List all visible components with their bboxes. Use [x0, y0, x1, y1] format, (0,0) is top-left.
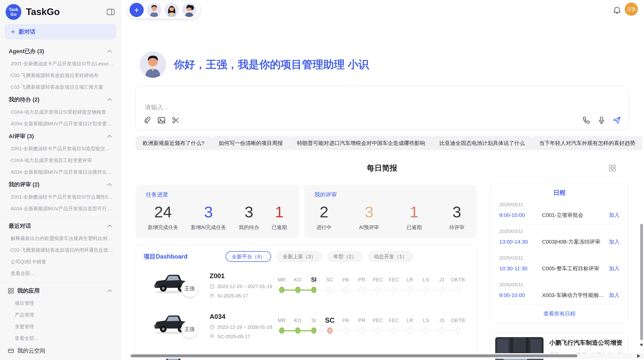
schedule-time: 13:00-14:30 — [499, 239, 542, 245]
sidebar-item[interactable]: A034-全新新能源MUV产品开发项目造型可行性评审 — [0, 203, 117, 215]
sidebar-item[interactable]: C02-飞腾新能源轻客改款项目里程碑画布 — [0, 70, 117, 81]
scissors-icon[interactable] — [171, 116, 180, 125]
sidebar-item[interactable]: Z001-全新燃油皮卡产品开发项目SI节点Lesson Learn报告 — [0, 58, 117, 70]
sidebar-section-header[interactable]: 我的待办 (2) — [0, 93, 117, 106]
milestone-label: PR — [354, 276, 370, 283]
milestone-label: PR — [354, 317, 370, 324]
agent-avatar-3[interactable] — [182, 3, 196, 17]
sidebar-item[interactable]: C0X4-动力总成开发项目工程变更评审 — [0, 155, 117, 166]
sidebar-item[interactable]: A034-全新新能源MUV产品开发项目法规符合性评审 — [0, 166, 117, 178]
sidebar-item[interactable]: 公司Q3轻卡销量 — [0, 256, 117, 268]
suggestion-chip[interactable]: 欧洲新规最近颁布了什么? — [136, 136, 212, 150]
milestone-dot — [375, 327, 380, 334]
chat-input-box[interactable]: 请输入... — [136, 86, 628, 129]
sidebar-section-title: AI评审 (3) — [9, 132, 107, 140]
milestone-step: SI — [306, 276, 322, 293]
sidebar-item[interactable]: 解释最新出台的欧盟报废车法规再生塑料比例被调至15%... — [0, 233, 117, 244]
agent-avatar-2[interactable] — [165, 3, 179, 17]
sidebar-item[interactable]: 查看全部... — [0, 333, 117, 344]
suggestion-chip[interactable]: 比亚迪全固态电池计划具体说了什么 — [432, 136, 532, 150]
sidebar-section-header[interactable]: AI评审 (3) — [0, 130, 117, 143]
sidebar-section-header[interactable]: 我的评审 (2) — [0, 178, 117, 191]
sidebar-item[interactable]: 项目管理 — [0, 297, 117, 309]
flag-icon — [210, 293, 215, 298]
sidebar-item-cloud-space[interactable]: 我的云空间 — [0, 344, 117, 357]
sidebar-item[interactable]: 查看全部... — [0, 268, 117, 279]
notification-bell-icon[interactable] — [613, 6, 621, 14]
sidebar-item-my-apps[interactable]: 我的应用 — [0, 284, 117, 297]
schedule-join-link[interactable]: 加入 — [609, 265, 620, 272]
milestone-step: FEC — [386, 317, 402, 334]
schedule-join-link[interactable]: 加入 — [609, 238, 620, 245]
horizontal-scrollbar[interactable] — [130, 353, 644, 359]
sidebar-item-favorites[interactable]: 我的收藏 — [0, 357, 117, 360]
sidebar-item[interactable]: C02-飞腾新能源轻客改款项目的闭环通告反馈情况 — [0, 244, 117, 256]
dashboard-filter-chip[interactable]: 年型（2） — [328, 251, 362, 262]
schedule-event-title: C005-整车工程目标评审 — [542, 265, 604, 272]
chat-input-placeholder: 请输入... — [145, 103, 168, 111]
sidebar-item[interactable]: Z001-全新燃油轻卡产品开发项目SI节点属性5D文件评审 — [0, 191, 117, 203]
schedule-item: 2025/03/11 13:00-14:30 C003|H0B-方案冻结评审 加… — [499, 224, 620, 251]
milestone-dot — [407, 287, 413, 293]
sidebar-toggle-icon[interactable] — [107, 8, 115, 16]
project-row[interactable]: 王强 Z001 2023-12-19 ~ 2027-01-19 SI-2025-… — [143, 268, 469, 309]
apps-grid-icon — [8, 288, 14, 294]
project-row[interactable]: 王强 A034 2023-12-19 ~ 2026-01-19 SC-2025-… — [143, 309, 469, 350]
image-icon[interactable] — [157, 116, 166, 125]
sidebar-item[interactable]: C02-飞腾新能源轻客改款项目立项汇报方案 — [0, 81, 117, 93]
milestone-label: SC — [322, 317, 338, 324]
stat-label: 已逾期 — [406, 224, 422, 231]
dashboard-filter-chip[interactable]: 全新平台（4） — [226, 251, 271, 262]
horizontal-scrollbar-thumb[interactable] — [131, 354, 577, 357]
milestone-dot — [391, 327, 397, 334]
milestone-step: LR — [402, 276, 418, 293]
dashboard-filter-chip[interactable]: 动总开发（1） — [368, 251, 413, 262]
milestone-dot — [311, 287, 316, 293]
clock-icon — [210, 284, 215, 289]
sidebar-section-header[interactable]: 最近对话 — [0, 219, 117, 233]
send-icon[interactable] — [612, 116, 621, 125]
schedule-event-title: C001-立项审批会 — [542, 212, 604, 219]
milestone-label: LR — [402, 276, 418, 283]
sidebar-section-header[interactable]: Agent已办 (3) — [0, 45, 117, 58]
project-owner-badge: 王强 — [181, 280, 198, 297]
stat-value: 1 — [406, 203, 422, 221]
suggestion-chip[interactable]: 如何写一份清晰的项目周报 — [212, 136, 290, 150]
dashboard-filter-chip[interactable]: 全新上装（3） — [277, 251, 322, 262]
vertical-scrollbar-thumb[interactable] — [640, 224, 643, 340]
layout-grid-icon[interactable] — [609, 164, 616, 172]
schedule-join-link[interactable]: 加入 — [609, 292, 620, 299]
sidebar-section-title: 最近对话 — [9, 222, 107, 230]
sidebar-item[interactable]: 变更管理 — [0, 321, 117, 333]
sidebar-section-title: 我的待办 (2) — [9, 96, 107, 103]
stat-value: 24 — [148, 203, 178, 221]
stat-value: 3 — [449, 203, 464, 221]
scroll-right-arrow-icon[interactable] — [637, 354, 640, 358]
suggestion-chip[interactable]: 特朗普可能对进口汽车增税会对中国车企造成哪些影响 — [290, 136, 432, 150]
project-dates: 2023-12-19 ~ 2026-01-19 — [217, 324, 272, 330]
microphone-icon[interactable] — [597, 116, 606, 125]
milestone-step: J1 — [434, 276, 450, 293]
sidebar-item[interactable]: Z001-全新燃油轻卡产品开发项目SI造型提交物评审 — [0, 143, 117, 155]
sidebar-item[interactable]: A034-全新新能源MUV产品开发项目计划变更表编写 — [0, 118, 117, 130]
scroll-down-arrow-icon[interactable] — [640, 344, 643, 347]
clock-icon — [210, 325, 215, 330]
milestone-dot — [440, 327, 445, 334]
stat-label: 我的待办 — [239, 224, 259, 231]
suggestion-chip[interactable]: 当下年轻人对汽车外观有怎样的喜好趋势 — [532, 136, 642, 150]
add-agent-button[interactable]: + — [129, 3, 144, 17]
schedule-time: 9:00-10:00 — [499, 212, 542, 218]
user-avatar[interactable]: 王强 — [625, 3, 638, 16]
stat-label: 进行中 — [316, 224, 332, 231]
attachment-icon[interactable] — [143, 116, 152, 125]
milestone-dot — [423, 287, 429, 293]
phone-icon[interactable] — [582, 116, 591, 125]
schedule-event-title: C003|H0B-方案冻结评审 — [542, 238, 604, 245]
sidebar-item[interactable]: 产品管理 — [0, 309, 117, 321]
agent-avatar-1[interactable] — [147, 3, 161, 17]
flag-icon — [210, 334, 215, 339]
new-chat-button[interactable]: + 新对话 — [5, 24, 116, 39]
schedule-join-link[interactable]: 加入 — [609, 212, 620, 219]
sidebar-item[interactable]: C0X4-动力总成开发项目SI里程碑提交物检查 — [0, 106, 117, 118]
schedule-view-all-link[interactable]: 查看所有日程 — [499, 310, 620, 317]
